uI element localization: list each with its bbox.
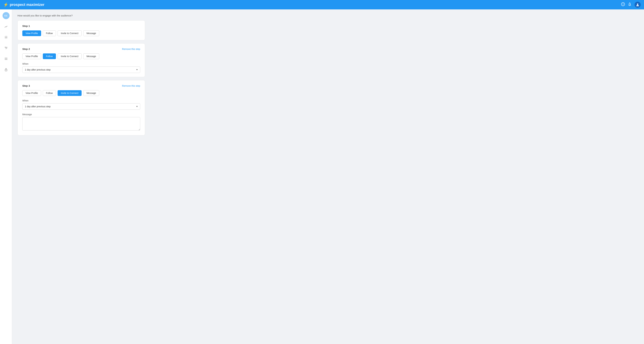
user-avatar[interactable] xyxy=(634,2,641,8)
step-1-invite-btn[interactable]: Invite to Connect xyxy=(58,31,82,36)
step-card-3: Step 3 Remove this step View Profile Fol… xyxy=(18,80,145,135)
step-2-remove-btn[interactable]: Remove this step xyxy=(122,48,140,50)
svg-point-8 xyxy=(5,47,6,48)
step-3-message-btn[interactable]: Message xyxy=(83,90,99,96)
sidebar: CC xyxy=(0,10,12,344)
step-3-message-textarea[interactable] xyxy=(22,117,140,131)
step-3-message-section: Message xyxy=(22,113,140,131)
step-3-follow-btn[interactable]: Follow xyxy=(43,90,56,96)
step-3-when-wrapper: 1 day after previous step 2 days after p… xyxy=(22,103,140,110)
step-2-message-btn[interactable]: Message xyxy=(83,54,99,59)
sidebar-item-security[interactable] xyxy=(3,66,10,73)
svg-point-3 xyxy=(637,4,638,5)
app-header: ⚡ prospect maximizer ? xyxy=(0,0,644,10)
svg-point-2 xyxy=(630,6,630,6)
step-2-when-label: When xyxy=(22,63,140,65)
sidebar-avatar[interactable]: CC xyxy=(2,12,10,19)
sidebar-item-menu[interactable] xyxy=(3,56,10,62)
step-3-when-section: When 1 day after previous step 2 days af… xyxy=(22,99,140,110)
page-question: How would you like to engage with the au… xyxy=(18,14,558,17)
bell-icon[interactable] xyxy=(628,2,632,7)
bolt-icon: ⚡ xyxy=(3,2,8,7)
step-3-remove-btn[interactable]: Remove this step xyxy=(122,85,140,87)
step-2-invite-btn[interactable]: Invite to Connect xyxy=(58,54,82,59)
step-2-follow-btn[interactable]: Follow xyxy=(43,54,56,59)
step-3-invite-btn[interactable]: Invite to Connect xyxy=(58,90,82,96)
step-3-view-profile-btn[interactable]: View Profile xyxy=(22,90,41,96)
header-actions: ? xyxy=(621,2,641,8)
brand: ⚡ prospect maximizer xyxy=(3,2,44,7)
sidebar-item-analytics[interactable] xyxy=(3,23,10,30)
main-content: How would you like to engage with the au… xyxy=(12,10,564,344)
step-3-actions: View Profile Follow Invite to Connect Me… xyxy=(22,90,140,96)
step-card-1: Step 1 View Profile Follow Invite to Con… xyxy=(18,20,145,40)
sidebar-item-filters[interactable] xyxy=(3,45,10,51)
svg-point-14 xyxy=(6,70,6,71)
svg-text:?: ? xyxy=(622,3,624,6)
help-icon[interactable]: ? xyxy=(621,2,625,7)
sidebar-item-settings[interactable] xyxy=(3,34,10,41)
step-2-label: Step 2 xyxy=(22,48,30,50)
step-3-header: Step 3 Remove this step xyxy=(22,84,140,87)
step-2-when-select[interactable]: 1 day after previous step 2 days after p… xyxy=(22,67,140,73)
step-1-actions: View Profile Follow Invite to Connect Me… xyxy=(22,31,140,36)
step-card-2: Step 2 Remove this step View Profile Fol… xyxy=(18,43,145,77)
brand-name: prospect maximizer xyxy=(10,3,44,7)
step-3-when-select[interactable]: 1 day after previous step 2 days after p… xyxy=(22,104,140,110)
step-1-view-profile-btn[interactable]: View Profile xyxy=(22,31,41,36)
step-2-when-section: When 1 day after previous step 2 days af… xyxy=(22,63,140,73)
step-1-label: Step 1 xyxy=(22,25,30,27)
step-1-header: Step 1 xyxy=(22,25,140,27)
step-3-label: Step 3 xyxy=(22,84,30,87)
step-3-when-label: When xyxy=(22,99,140,102)
svg-point-4 xyxy=(6,37,6,38)
step-2-header: Step 2 Remove this step xyxy=(22,48,140,50)
step-3-message-label: Message xyxy=(22,113,140,116)
right-panel xyxy=(564,10,644,344)
step-2-view-profile-btn[interactable]: View Profile xyxy=(22,54,41,59)
step-1-follow-btn[interactable]: Follow xyxy=(43,31,56,36)
step-2-actions: View Profile Follow Invite to Connect Me… xyxy=(22,54,140,59)
svg-point-9 xyxy=(6,48,7,48)
step-2-when-wrapper: 1 day after previous step 2 days after p… xyxy=(22,67,140,73)
step-1-message-btn[interactable]: Message xyxy=(83,31,99,36)
app-body: CC xyxy=(0,10,644,344)
